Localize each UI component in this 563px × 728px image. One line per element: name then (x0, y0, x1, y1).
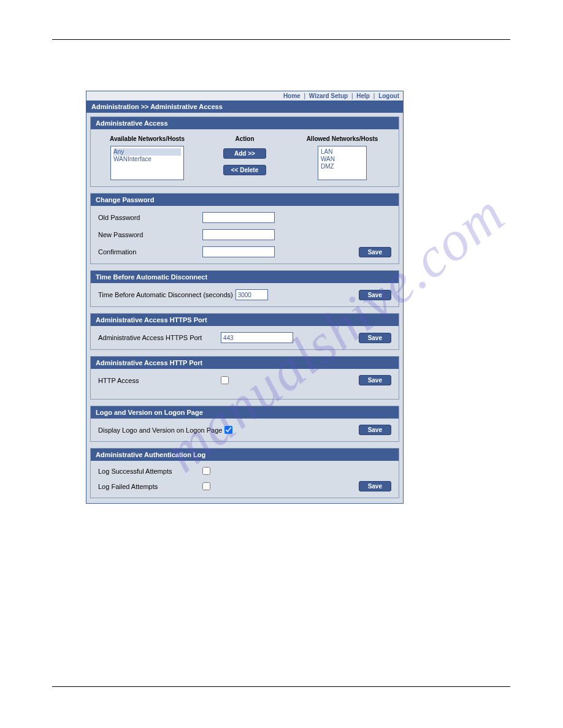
new-password-label: New Password (98, 231, 202, 238)
allowed-networks-heading: Allowed Networks/Hosts (307, 135, 378, 142)
panel-title: Logo and Version on Logon Page (91, 406, 399, 419)
nav-home-link[interactable]: Home (283, 93, 301, 99)
logo-version-label: Display Logo and Version on Logon Page (98, 427, 222, 434)
nav-separator: | (350, 93, 355, 99)
list-item[interactable]: WANInterface (113, 156, 181, 163)
save-button[interactable]: Save (359, 290, 391, 300)
https-port-input[interactable] (221, 332, 293, 343)
panel-timeout: Time Before Automatic Disconnect Time Be… (90, 270, 399, 307)
list-item[interactable]: LAN (321, 148, 364, 156)
old-password-input[interactable] (202, 212, 275, 223)
log-failed-checkbox[interactable] (202, 482, 210, 490)
save-button[interactable]: Save (359, 425, 391, 435)
timeout-label: Time Before Automatic Disconnect (second… (98, 291, 233, 298)
app-frame: Home | Wizard Setup | Help | Logout Admi… (86, 91, 404, 504)
panel-http-port: Administrative Access HTTP Port HTTP Acc… (90, 356, 399, 400)
timeout-input[interactable] (236, 289, 268, 300)
confirm-password-input[interactable] (202, 246, 275, 257)
logo-version-checkbox[interactable] (224, 426, 232, 434)
list-item[interactable]: Any (113, 148, 181, 156)
nav-wizard-link[interactable]: Wizard Setup (309, 93, 348, 99)
http-access-checkbox[interactable] (221, 376, 229, 384)
action-heading: Action (235, 135, 254, 142)
top-nav: Home | Wizard Setup | Help | Logout (86, 91, 403, 100)
nav-separator: | (302, 93, 307, 99)
panel-title: Administrative Access HTTP Port (91, 357, 399, 369)
list-item[interactable]: WAN (321, 156, 364, 163)
nav-help-link[interactable]: Help (356, 93, 370, 99)
nav-separator: | (372, 93, 377, 99)
save-button[interactable]: Save (359, 375, 391, 385)
panel-title: Time Before Automatic Disconnect (91, 271, 399, 283)
allowed-networks-listbox[interactable]: LAN WAN DMZ (318, 146, 367, 180)
panel-change-password: Change Password Old Password New Passwor… (90, 193, 399, 264)
old-password-label: Old Password (98, 214, 202, 221)
panel-logo-version: Logo and Version on Logon Page Display L… (90, 406, 399, 442)
new-password-input[interactable] (202, 229, 275, 240)
add-button[interactable]: Add >> (223, 148, 266, 159)
panel-title: Change Password (91, 194, 399, 206)
http-access-label: HTTP Access (98, 377, 218, 384)
panel-title: Administrative Access HTTPS Port (91, 314, 399, 326)
save-button[interactable]: Save (359, 333, 391, 343)
available-networks-heading: Available Networks/Hosts (110, 135, 185, 142)
available-networks-listbox[interactable]: Any WANInterface (110, 146, 184, 180)
log-success-checkbox[interactable] (202, 467, 210, 475)
save-button[interactable]: Save (359, 247, 391, 257)
list-item[interactable]: DMZ (321, 163, 364, 170)
panel-admin-access: Administrative Access Available Networks… (90, 116, 399, 187)
nav-logout-link[interactable]: Logout (378, 93, 399, 99)
delete-button[interactable]: << Delete (223, 165, 266, 175)
panel-title: Administrative Authentication Log (91, 449, 399, 461)
panel-auth-log: Administrative Authentication Log Log Su… (90, 448, 399, 498)
log-failed-label: Log Failed Attempts (98, 483, 202, 490)
save-button[interactable]: Save (359, 481, 391, 491)
breadcrumb: Administration >> Administrative Access (86, 100, 403, 113)
log-success-label: Log Successful Attempts (98, 468, 202, 475)
https-port-label: Administrative Access HTTPS Port (98, 334, 218, 341)
confirm-password-label: Confirmation (98, 248, 202, 256)
panel-https-port: Administrative Access HTTPS Port Adminis… (90, 313, 399, 350)
panel-title: Administrative Access (91, 117, 399, 129)
